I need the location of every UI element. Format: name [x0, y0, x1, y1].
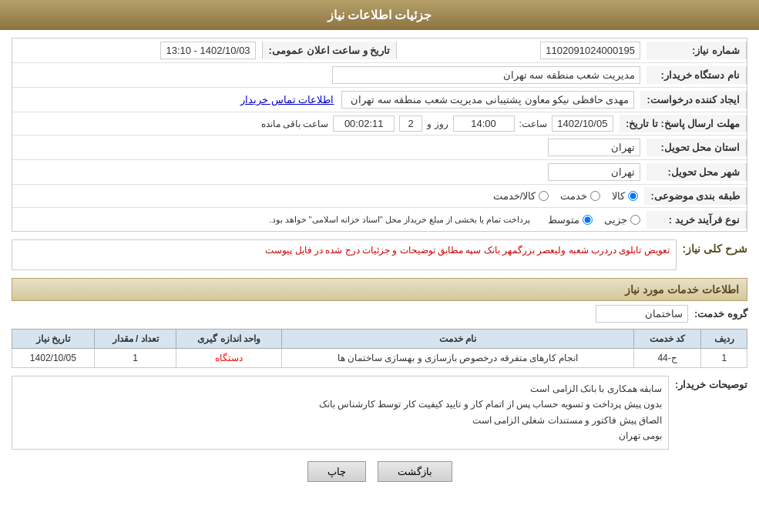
city-box: تهران: [548, 163, 640, 181]
row-deadline: مهلت ارسال پاسخ: تا تاریخ: 1402/10/05 سا…: [12, 112, 747, 136]
services-table-body: 1 ح-44 انجام کارهای متفرقه درخصوص بازساز…: [12, 349, 747, 368]
need-number-label: شماره نیاز:: [646, 42, 747, 59]
purchase-type-radio-jozi[interactable]: [630, 215, 640, 225]
deadline-row: 1402/10/05 ساعت: 14:00 روز و 2 00:02:11 …: [18, 115, 613, 132]
narration-text: تعویض تابلوی دردرب شعبه ولیعصر بزرگمهر ب…: [265, 245, 669, 256]
announce-label: تاریخ و ساعت اعلان عمومی:: [262, 42, 398, 59]
need-number-box: 1102091024000195: [540, 42, 640, 59]
print-button[interactable]: چاپ: [307, 461, 366, 482]
creator-label: ایجاد کننده درخواست:: [640, 91, 747, 109]
creator-link[interactable]: اطلاعات تماس خریدار: [240, 94, 334, 105]
services-table-head: ردیف کد خدمت نام خدمت واحد اندازه گیری ت…: [12, 330, 747, 349]
city-label: شهر محل تحویل:: [646, 163, 747, 181]
col-code: کد خدمت: [633, 330, 701, 349]
category-radio-group: کالا خدمت کالا/خدمت: [18, 190, 638, 202]
row-creator: ایجاد کننده درخواست: مهدی حافظی نیکو معا…: [12, 88, 747, 112]
service-group-row: گروه خدمت: ساختمان: [12, 305, 747, 323]
col-date: تاریخ نیاز: [12, 330, 95, 349]
category-radio-khedmat[interactable]: [590, 191, 600, 201]
buyer-org-box: مدیریت شعب منطقه سه تهران: [332, 66, 640, 84]
table-row: 1 ح-44 انجام کارهای متفرقه درخصوص بازساز…: [12, 349, 747, 368]
need-number-value: 1102091024000195: [397, 38, 646, 62]
category-value: کالا خدمت کالا/خدمت: [12, 187, 644, 205]
buyer-desc-label: توصیحات خریدار:: [675, 376, 747, 390]
category-label: طبقه بندی موضوعی:: [644, 187, 747, 205]
back-button[interactable]: بازگشت: [378, 461, 452, 482]
narration-label: شرح کلی نیاز:: [683, 239, 747, 255]
deadline-days-box: 2: [399, 115, 422, 132]
city-value: تهران: [12, 160, 646, 184]
button-row: بازگشت چاپ: [12, 461, 747, 482]
category-option-1: کالا: [612, 190, 638, 202]
category-label-khedmat: خدمت: [560, 190, 587, 202]
cell-qty: 1: [94, 349, 176, 368]
row-purchase-type: نوع فرآیند خرید : جزیی متوسط پرداخت تمام…: [12, 208, 747, 231]
purchase-type-label-jozi: جزیی: [604, 214, 627, 226]
row-buyer-org: نام دستگاه خریدار: مدیریت شعب منطقه سه ت…: [12, 63, 747, 88]
deadline-days-label: روز و: [427, 119, 448, 129]
cell-date: 1402/10/05: [12, 349, 95, 368]
service-group-box: ساختمان: [596, 305, 688, 323]
province-value: تهران: [12, 136, 646, 159]
col-name: نام خدمت: [282, 330, 634, 349]
purchase-type-radio-motavasset[interactable]: [583, 215, 593, 225]
narration-box: تعویض تابلوی دردرب شعبه ولیعصر بزرگمهر ب…: [12, 239, 677, 270]
category-radio-both[interactable]: [539, 191, 549, 201]
province-label: استان محل تحویل:: [646, 139, 747, 156]
buyer-org-label: نام دستگاه خریدار:: [646, 66, 747, 84]
deadline-time-box: 14:00: [453, 115, 515, 132]
creator-value-cell: مهدی حافظی نیکو معاون پشتیبانی مدیریت شع…: [12, 88, 640, 112]
buyer-desc-line: بدون پیش پرداخت و تسویه حساب پس از اتمام…: [18, 396, 662, 412]
page-header: جزئیات اطلاعات نیاز: [0, 0, 759, 30]
cell-name: انجام کارهای متفرقه درخصوص بازسازی و بهس…: [282, 349, 634, 368]
buyer-desc-value: سابقه همکاری با بانک الزامی استبدون پیش …: [12, 376, 669, 450]
row-city: شهر محل تحویل: تهران: [12, 160, 747, 185]
deadline-remaining-label: ساعت باقی مانده: [261, 119, 329, 129]
buyer-desc-section: توصیحات خریدار: سابقه همکاری با بانک الز…: [12, 376, 747, 450]
purchase-type-note: پرداخت تمام یا بخشی از مبلغ خریداز محل "…: [269, 215, 530, 225]
purchase-type-group: جزیی متوسط پرداخت تمام یا بخشی از مبلغ خ…: [18, 214, 640, 226]
deadline-date-box: 1402/10/05: [552, 115, 613, 132]
cell-code: ح-44: [633, 349, 701, 368]
services-table-header-row: ردیف کد خدمت نام خدمت واحد اندازه گیری ت…: [12, 330, 747, 349]
services-heading-text: اطلاعات خدمات مورد نیاز: [625, 283, 739, 296]
category-radio-kala[interactable]: [628, 191, 638, 201]
row-category: طبقه بندی موضوعی: کالا خدمت: [12, 185, 747, 208]
col-qty: تعداد / مقدار: [94, 330, 176, 349]
announce-value: 1402/10/03 - 13:10: [12, 38, 262, 62]
purchase-type-label: نوع فرآیند خرید :: [646, 211, 747, 229]
purchase-type-option-2: متوسط: [548, 214, 593, 226]
category-option-3: کالا/خدمت: [493, 190, 549, 202]
cell-unit: دستگاه: [176, 349, 282, 368]
narration-section: شرح کلی نیاز: تعویض تابلوی دردرب شعبه ول…: [12, 239, 747, 270]
buyer-org-value: مدیریت شعب منطقه سه تهران: [12, 63, 646, 87]
purchase-type-label-motavasset: متوسط: [548, 214, 579, 226]
buyer-desc-line: الصاق پیش فاکتور و مستندات شغلی الزامی ا…: [18, 413, 662, 428]
province-box: تهران: [548, 139, 640, 156]
services-heading: اطلاعات خدمات مورد نیاز: [12, 278, 747, 301]
deadline-label: مهلت ارسال پاسخ: تا تاریخ:: [620, 115, 747, 132]
deadline-remaining-box: 00:02:11: [333, 115, 395, 132]
category-label-both: کالا/خدمت: [493, 190, 536, 202]
cell-row: 1: [701, 349, 747, 368]
purchase-type-option-1: جزیی: [604, 214, 640, 226]
main-info-section: شماره نیاز: 1102091024000195 تاریخ و ساع…: [12, 38, 747, 232]
col-row: ردیف: [701, 330, 747, 349]
row-need-number: شماره نیاز: 1102091024000195 تاریخ و ساع…: [12, 38, 747, 63]
announce-box: 1402/10/03 - 13:10: [160, 42, 255, 59]
services-table: ردیف کد خدمت نام خدمت واحد اندازه گیری ت…: [12, 329, 747, 368]
narration-value: تعویض تابلوی دردرب شعبه ولیعصر بزرگمهر ب…: [12, 239, 677, 270]
buyer-desc-line: بومی تهران: [18, 428, 662, 443]
row-province: استان محل تحویل: تهران: [12, 136, 747, 160]
service-group-label: گروه خدمت:: [694, 308, 747, 320]
category-option-2: خدمت: [560, 190, 600, 202]
col-unit: واحد اندازه گیری: [176, 330, 282, 349]
creator-box: مهدی حافظی نیکو معاون پشتیبانی مدیریت شع…: [341, 91, 634, 109]
buyer-desc-box: سابقه همکاری با بانک الزامی استبدون پیش …: [12, 376, 669, 450]
deadline-value-cell: 1402/10/05 ساعت: 14:00 روز و 2 00:02:11 …: [12, 112, 620, 135]
category-label-kala: کالا: [612, 190, 625, 202]
page-title: جزئیات اطلاعات نیاز: [327, 8, 432, 22]
deadline-time-label: ساعت:: [519, 119, 547, 129]
purchase-type-value: جزیی متوسط پرداخت تمام یا بخشی از مبلغ خ…: [12, 211, 646, 229]
buyer-desc-line: سابقه همکاری با بانک الزامی است: [18, 381, 662, 396]
